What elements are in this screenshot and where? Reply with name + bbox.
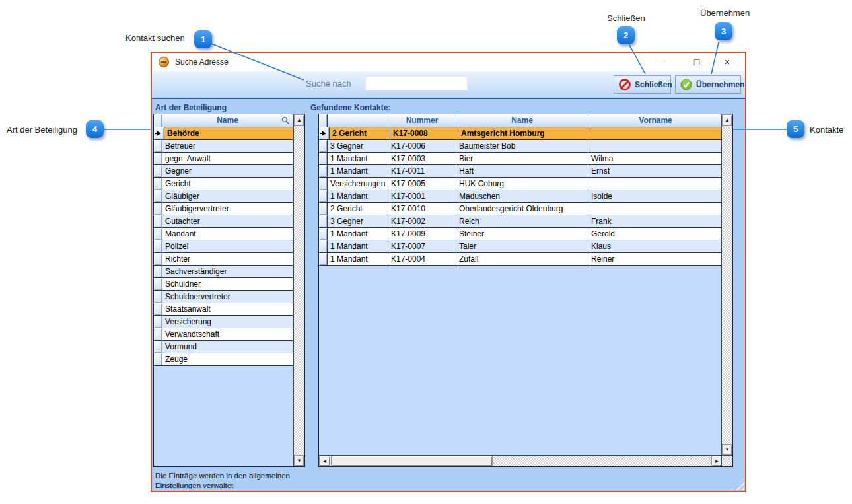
participation-list-item[interactable]: Schuldnervertreter (154, 291, 293, 303)
contacts-table-row[interactable]: 1 MandantK17-0011HaftErnst (319, 165, 721, 178)
contact-type-cell: 2 Gericht (328, 203, 388, 215)
row-gutter (319, 253, 328, 265)
contact-vorname-cell (588, 140, 723, 152)
participation-name-cell: Versicherung (162, 316, 293, 328)
scroll-up-icon[interactable]: ▲ (294, 114, 304, 126)
contacts-name-column-header[interactable]: Name (456, 114, 588, 127)
participation-list-item[interactable]: Schuldner (154, 278, 293, 291)
participation-name-cell: Mandant (162, 228, 293, 240)
scroll-up-icon[interactable]: ▲ (722, 114, 732, 126)
participation-list-item[interactable]: Vormund (154, 341, 293, 353)
search-input[interactable] (365, 76, 468, 90)
participation-name-cell: Gutachter (162, 215, 293, 227)
maximize-icon[interactable]: □ (687, 55, 707, 69)
participation-name-cell: Behörde (164, 127, 293, 139)
participation-list-item[interactable]: Behörde (154, 127, 293, 140)
current-row-indicator (319, 127, 330, 139)
contact-vorname-cell: Ernst (588, 165, 723, 177)
participation-list-item[interactable]: Zeuge (154, 353, 293, 366)
contact-type-cell: 2 Gericht (330, 127, 390, 139)
contacts-table: Nummer Name Vorname 2 GerichtK17-0008Amt… (318, 114, 733, 467)
window-title: Suche Adresse (175, 57, 229, 67)
contacts-table-body: Nummer Name Vorname 2 GerichtK17-0008Amt… (319, 114, 721, 455)
contact-type-cell: 3 Gegner (328, 140, 388, 152)
uebernehmen-button[interactable]: Übernehmen (675, 75, 741, 94)
contact-name-cell: Bier (456, 153, 588, 164)
participation-list-body: Name BehördeBetreuergegn. AnwaltGegnerGe… (154, 114, 293, 466)
row-gutter (154, 178, 162, 190)
contact-type-cell: 1 Mandant (328, 228, 388, 240)
contacts-table-row[interactable]: 1 MandantK17-0003BierWilma (319, 153, 721, 165)
contacts-table-row[interactable]: 1 MandantK17-0001MaduschenIsolde (319, 190, 721, 203)
contacts-table-row[interactable]: 3 GegnerK17-0002ReichFrank (319, 215, 721, 228)
participation-list-item[interactable]: Gericht (154, 178, 293, 190)
contacts-table-row[interactable]: 1 MandantK17-0004ZufallReiner (319, 253, 721, 266)
close-window-icon[interactable]: × (717, 55, 737, 69)
scrollbar-corner (721, 455, 732, 466)
scroll-down-icon[interactable]: ▼ (722, 444, 732, 455)
participation-section-title: Art der Beteiligung (155, 103, 227, 112)
row-gutter (154, 341, 162, 353)
participation-list-item[interactable]: Gutachter (154, 215, 293, 228)
resize-grip-icon[interactable] (732, 478, 744, 490)
participation-list-item[interactable]: Mandant (154, 228, 293, 240)
row-gutter (154, 140, 162, 152)
participation-list-item[interactable]: Gegner (154, 165, 293, 178)
participation-name-cell: Schuldner (162, 278, 293, 290)
scroll-down-icon[interactable]: ▼ (294, 455, 304, 466)
minimize-icon[interactable]: – (653, 55, 672, 69)
participation-list-item[interactable]: Staatsanwalt (154, 303, 293, 316)
contacts-type-column-header[interactable] (328, 114, 388, 127)
contacts-horizontal-scrollbar[interactable]: ◄ ► (319, 455, 723, 466)
row-gutter (154, 228, 162, 240)
participation-name-cell: Gläubigervertreter (162, 203, 293, 215)
participation-list: Name BehördeBetreuergegn. AnwaltGegnerGe… (153, 114, 305, 467)
schliessen-button[interactable]: Schließen (614, 75, 671, 94)
contacts-table-row[interactable]: VersicherungenK17-0005HUK Coburg (319, 178, 721, 190)
contact-type-cell: 1 Mandant (328, 190, 388, 202)
title-bar[interactable]: Suche Adresse – □ × (152, 53, 745, 71)
scroll-left-icon[interactable]: ◄ (319, 456, 330, 466)
contact-nummer-cell: K17-0006 (388, 140, 456, 152)
participation-vertical-scrollbar[interactable]: ▲ ▼ (293, 114, 304, 466)
contact-nummer-cell: K17-0009 (388, 228, 456, 240)
contacts-table-row[interactable]: 2 GerichtK17-0010Oberlandesgericht Olden… (319, 203, 721, 215)
callout-label-kontakt-suchen: Kontakt suchen (125, 33, 185, 43)
contacts-vorname-column-header[interactable]: Vorname (588, 114, 723, 127)
contacts-table-row[interactable]: 1 MandantK17-0009SteinerGerold (319, 228, 721, 240)
contact-type-cell: 1 Mandant (328, 153, 388, 164)
contacts-table-row[interactable]: 1 MandantK17-0007TalerKlaus (319, 240, 721, 253)
contacts-table-row[interactable]: 3 GegnerK17-0006Baumeister Bob (319, 140, 721, 153)
contact-nummer-cell: K17-0008 (390, 127, 458, 139)
current-row-arrow-icon (322, 131, 329, 136)
participation-header-row: Name (154, 114, 293, 127)
participation-list-item[interactable]: gegn. Anwalt (154, 153, 293, 165)
contact-type-cell: 1 Mandant (328, 165, 388, 177)
participation-list-item[interactable]: Polizei (154, 240, 293, 253)
contact-name-cell: Baumeister Bob (456, 140, 588, 152)
horizontal-scroll-thumb[interactable] (331, 456, 493, 466)
row-gutter (154, 266, 162, 277)
search-label: Suche nach (306, 79, 351, 89)
participation-list-item[interactable]: Richter (154, 253, 293, 266)
participation-list-item[interactable]: Sachverständiger (154, 266, 293, 278)
row-gutter (319, 190, 328, 202)
search-magnifier-icon[interactable] (281, 116, 290, 127)
contacts-nummer-column-header[interactable]: Nummer (388, 114, 456, 127)
participation-name-column-header[interactable]: Name (162, 114, 293, 127)
participation-list-item[interactable]: Gläubigervertreter (154, 203, 293, 215)
participation-list-item[interactable]: Betreuer (154, 140, 293, 153)
participation-name-cell: Polizei (162, 240, 293, 252)
participation-list-item[interactable]: Versicherung (154, 316, 293, 328)
contacts-vertical-scrollbar[interactable]: ▲ ▼ (721, 114, 732, 455)
callout-label-kontakte: Kontakte (810, 125, 843, 135)
contact-type-cell: 3 Gegner (328, 215, 388, 227)
contact-vorname-cell: Wilma (588, 153, 723, 164)
participation-list-item[interactable]: Verwandtschaft (154, 328, 293, 341)
contact-vorname-cell (588, 178, 723, 190)
contacts-table-row[interactable]: 2 GerichtK17-0008Amtsgericht Homburg (319, 127, 721, 140)
participation-name-cell: Vormund (162, 341, 293, 353)
row-gutter (154, 240, 162, 252)
participation-footer-note: Die Einträge werden in den allgemeinen E… (155, 471, 299, 491)
participation-list-item[interactable]: Gläubiger (154, 190, 293, 203)
